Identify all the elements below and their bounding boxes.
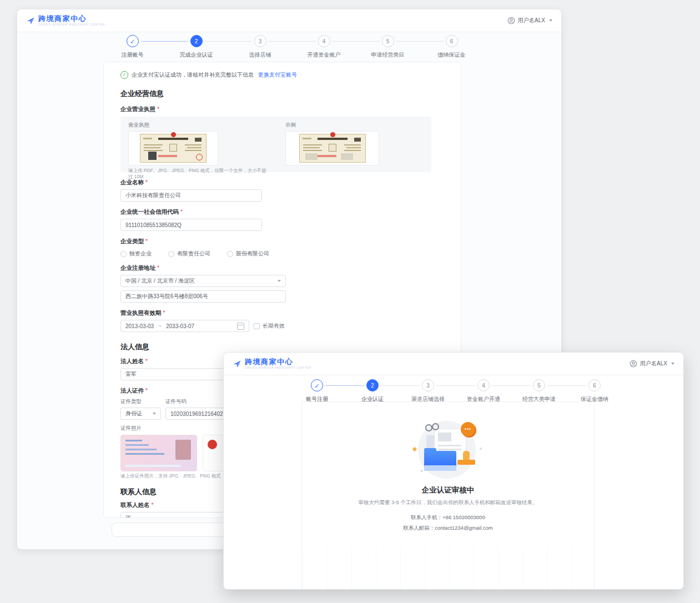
validity-end-date: 2033-03-07: [166, 323, 194, 329]
credit-code-label: 企业统一社会信用代码: [120, 208, 444, 216]
calendar-icon: [237, 323, 244, 330]
address-detail-input[interactable]: 西二旗中路33号院6号楼8层006号: [120, 290, 286, 303]
review-contact-email: 联系人邮箱：contact1234@gmail.com: [302, 525, 594, 532]
step-circle: 6: [588, 379, 601, 391]
review-illustration: •••: [412, 416, 484, 479]
brand-logo: 跨境商家中心 CROSS-BORDER MERCHANT CENTER: [233, 358, 311, 369]
user-name: 用户名ALX: [640, 360, 667, 368]
checkbox-icon: [254, 323, 260, 329]
company-type-options: 独资企业 有限责任公司 股份有限公司: [120, 250, 444, 258]
validity-date-range[interactable]: 2013-03-03 ~ 2033-03-07: [120, 320, 249, 332]
step-deposit: 6 缴纳保证金: [420, 35, 484, 59]
step-shop: 3 选择店铺: [228, 35, 292, 59]
glasses-icon: [425, 424, 432, 431]
alipay-success-banner: ✓ 企业支付宝认证成功，请核对并补充完整以下信息 更换支付宝账号: [120, 71, 444, 79]
review-contact-phone: 联系人手机：+86 15020003000: [302, 514, 594, 521]
reg-address-label: 企业注册地址: [120, 264, 444, 272]
chevron-down-icon: [153, 413, 156, 415]
review-title: 企业认证审核中: [302, 485, 594, 495]
step-category: 5 申请经营类目: [356, 35, 420, 59]
section-business-info: 企业经营信息: [120, 89, 444, 99]
contact-name-input[interactable]: 张一: [120, 512, 226, 518]
review-status-card: ••• 企业认证审核中 审核大约需要 3-5 个工作日，我们会向你的联系人手机和…: [301, 401, 595, 590]
chevron-down-icon: [671, 363, 674, 365]
step-verify: 2 企业认证: [345, 379, 400, 403]
step-circle: 5: [382, 35, 394, 47]
radio-limited-liability[interactable]: 有限责任公司: [168, 250, 210, 258]
ellipsis-badge-icon: •••: [461, 422, 475, 436]
radio-joint-stock[interactable]: 股份有限公司: [227, 250, 269, 258]
step-circle: 4: [477, 379, 490, 391]
faint-grid-decoration: [303, 546, 593, 590]
app-header: 跨境商家中心 CROSS-BORDER MERCHANT CENTER 用户名A…: [224, 353, 683, 375]
license-upload-hint: 请上传 PDF、JPG、JPEG、PNG 格式，仅限一个文件，大小不超过 10M: [128, 168, 267, 180]
company-name-input[interactable]: 小米科技有限责任公司: [120, 189, 262, 202]
credit-code-input[interactable]: 91110108551385082Q: [120, 219, 262, 231]
license-upload-panel: 营业执照 请上传 PDF、JPG、JPEG、PNG 格式，仅限一个文件，大小不超…: [120, 117, 431, 172]
step-funds: 4 开通资金账户: [292, 35, 356, 59]
company-type-label: 企业类型: [120, 238, 444, 245]
step-circle: 3: [254, 35, 266, 47]
step-verify: 2 完成企业认证: [164, 35, 228, 59]
chevron-down-icon: [549, 19, 552, 22]
step-circle: ✓: [127, 35, 139, 47]
step-funds: 4 资金账户开通: [456, 379, 511, 403]
cert-type-select[interactable]: 身份证: [120, 408, 161, 420]
step-register: ✓ 账号注册: [289, 379, 345, 403]
user-menu[interactable]: 用户名ALX: [507, 17, 552, 24]
license-example-image: [299, 134, 366, 163]
change-alipay-link[interactable]: 更换支付宝账号: [258, 71, 297, 79]
license-example-card: [285, 131, 379, 165]
merchant-center-window-review: 跨境商家中心 CROSS-BORDER MERCHANT CENTER 用户名A…: [223, 352, 684, 590]
license-validity-label: 营业执照有效期: [120, 309, 444, 317]
brand-tagline: CROSS-BORDER MERCHANT CENTER: [245, 366, 311, 369]
license-upload-card[interactable]: [128, 131, 218, 165]
step-circle: 3: [422, 379, 434, 391]
step-circle: 4: [318, 35, 330, 47]
step-category: 5 经营大类申请: [511, 379, 567, 403]
step-shop: 3 渠道店铺选择: [400, 379, 456, 403]
radio-icon: [120, 251, 127, 257]
brand-name: 跨境商家中心: [38, 15, 105, 22]
stamp-icon: [463, 451, 470, 460]
user-avatar-icon: [507, 17, 515, 24]
logo-icon: [233, 359, 241, 368]
brand-name: 跨境商家中心: [245, 358, 311, 365]
step-circle: 2: [190, 35, 203, 47]
long-term-checkbox[interactable]: 长期有效: [254, 322, 285, 330]
step-deposit: 6 保证金缴纳: [567, 379, 622, 403]
cert-number-label: 证件号码: [165, 398, 187, 405]
cert-type-label: 证件类型: [120, 398, 161, 405]
brand-tagline: CROSS-BORDER MERCHANT CENTER: [38, 23, 105, 26]
radio-icon: [227, 251, 233, 257]
user-avatar-icon: [630, 360, 637, 368]
step-register: ✓ 注册账号: [100, 35, 164, 59]
review-description: 审核大约需要 3-5 个工作日，我们会向你的联系人手机和邮箱发送审核结果。: [302, 499, 594, 506]
radio-icon: [168, 251, 174, 257]
business-license-image: [140, 134, 207, 163]
legal-name-input[interactable]: 雷军: [120, 368, 226, 380]
license-example-label: 示例: [285, 122, 379, 129]
validity-start-date: 2013-03-03: [125, 323, 154, 329]
license-label: 企业营业执照: [120, 105, 444, 113]
step-circle: 2: [366, 379, 379, 391]
success-check-icon: ✓: [120, 71, 128, 79]
user-name: 用户名ALX: [518, 17, 545, 24]
progress-stepper-front: ✓ 账号注册 2 企业认证 3 渠道店铺选择 4 资金账户开通 5 经营大类申请…: [289, 379, 622, 403]
brand-logo: 跨境商家中心 CROSS-BORDER MERCHANT CENTER: [26, 15, 105, 26]
app-header: 跨境商家中心 CROSS-BORDER MERCHANT CENTER 用户名A…: [17, 9, 561, 32]
chevron-down-icon: [278, 280, 281, 282]
license-uploaded-label: 营业执照: [128, 122, 424, 129]
step-circle: 5: [533, 379, 545, 391]
id-card-front-image[interactable]: [120, 435, 197, 471]
section-legal-info: 法人信息: [120, 342, 444, 352]
emblem-icon: [208, 440, 217, 449]
user-menu[interactable]: 用户名ALX: [630, 360, 674, 368]
region-select[interactable]: 中国 / 北京 / 北京市 / 海淀区: [120, 275, 286, 287]
cert-photo-label: 证件照片: [120, 425, 142, 432]
radio-sole-proprietorship[interactable]: 独资企业: [120, 250, 152, 258]
step-circle: 6: [446, 35, 458, 47]
progress-stepper-back: ✓ 注册账号 2 完成企业认证 3 选择店铺 4 开通资金账户 5 申请经营类目…: [100, 35, 484, 59]
banner-text: 企业支付宝认证成功，请核对并补充完整以下信息: [132, 71, 254, 79]
step-circle: ✓: [311, 379, 323, 391]
